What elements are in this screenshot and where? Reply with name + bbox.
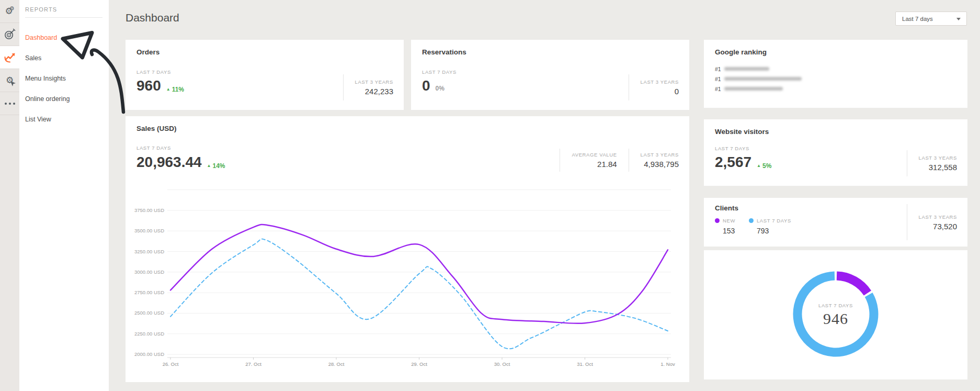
svg-text:3250.00 USD: 3250.00 USD [134,249,164,254]
delta-badge: ▲5% [757,162,771,170]
card-title: Website visitors [715,128,769,136]
svg-text:30. Oct: 30. Oct [494,361,510,367]
visitors-value: 2,567 [715,154,751,171]
clients-donut-card: LAST 7 DAYS 946 [704,250,967,379]
icon-rail: ⚙⚙ ⚙ [0,0,19,391]
svg-text:31. Oct: 31. Oct [577,361,593,367]
delta-badge: ▲11% [166,86,184,93]
reservations-card: Reservations LAST 7 DAYS 0 0% LAST 3 YEA… [411,40,689,110]
card-title: Orders [136,48,159,56]
series-previous-period [170,239,668,349]
donut-segment [837,276,868,293]
sidebar-item-sales[interactable]: Sales [19,48,109,69]
sidebar-menu: DashboardSalesMenu InsightsOnline orderi… [19,28,109,130]
chart-arrow-icon [4,51,16,64]
page-title: Dashboard [126,12,179,24]
svg-text:29. Oct: 29. Oct [411,361,427,367]
legend-value: 793 [757,227,791,235]
target-goal-icon[interactable] [0,23,19,46]
orders-card: Orders LAST 7 DAYS 960 ▲11% LAST 3 YEARS… [126,40,404,110]
secondary-label: LAST 3 YEARS [919,214,957,220]
secondary-value: 73,520 [919,222,957,231]
date-range-value: Last 7 days [902,16,933,22]
secondary-stat: LAST 3 YEARS 0 [629,74,679,100]
svg-text:1. Nov: 1. Nov [660,361,675,367]
period-label: LAST 7 DAYS [715,146,749,151]
chevron-down-icon [956,18,961,20]
delta-badge: 0% [436,85,445,92]
svg-text:3000.00 USD: 3000.00 USD [134,269,164,275]
sales-line-chart: 2000.00 USD2250.00 USD2500.00 USD2750.00… [126,116,689,382]
legend-label: NEW [723,218,735,224]
svg-text:2250.00 USD: 2250.00 USD [134,331,164,337]
legend-item: LAST 7 DAYS793 [749,218,791,235]
svg-text:3500.00 USD: 3500.00 USD [134,228,164,233]
ranking-row: #1 [715,64,802,74]
reservations-value: 0 [422,77,430,94]
more-dots-icon[interactable] [0,92,19,115]
legend-value: 153 [723,227,735,235]
sidebar-section-title: REPORTS [25,6,57,13]
gear-pointer-icon[interactable]: ⚙ [0,69,19,92]
secondary-value: 242,233 [355,87,393,96]
secondary-value: 0 [641,87,679,96]
legend-label: LAST 7 DAYS [757,218,791,224]
dashboard-page: ⚙⚙ ⚙ [0,0,980,391]
svg-text:2750.00 USD: 2750.00 USD [134,289,164,295]
svg-text:27. Oct: 27. Oct [245,361,261,367]
secondary-label: LAST 3 YEARS [641,79,679,85]
legend-item: NEW153 [715,218,735,235]
up-arrow-icon: ▲ [757,163,761,168]
ranking-list: #1#1#1 [715,64,802,94]
secondary-stat: LAST 3 YEARS 312,558 [907,150,957,176]
legend-dot-icon [749,218,754,223]
cursor-icon [10,81,16,87]
clients-card: Clients NEW153LAST 7 DAYS793 LAST 3 YEAR… [704,198,967,247]
date-range-dropdown[interactable]: Last 7 days [895,12,967,26]
svg-text:2000.00 USD: 2000.00 USD [134,351,164,357]
donut-center-label: LAST 7 DAYS [704,303,967,308]
sidebar: REPORTS DashboardSalesMenu InsightsOnlin… [19,0,109,391]
svg-text:26. Oct: 26. Oct [163,361,179,367]
target-icon [4,28,16,40]
divider [25,17,102,18]
sidebar-item-list-view[interactable]: List View [19,109,109,130]
gear-icon: ⚙⚙ [5,7,14,16]
period-label: LAST 7 DAYS [422,69,457,75]
settings-gears-icon[interactable]: ⚙⚙ [0,0,19,23]
website-visitors-card: Website visitors LAST 7 DAYS 2,567 ▲5% L… [704,119,967,186]
legend-dot-icon [715,218,720,223]
orders-value: 960 [136,77,161,94]
rank-number: #1 [715,86,724,92]
clients-legend: NEW153LAST 7 DAYS793 [715,218,805,235]
svg-text:2500.00 USD: 2500.00 USD [134,310,164,316]
ranking-row: #1 [715,74,802,84]
donut-center-value: 946 [704,310,967,328]
svg-text:3750.00 USD: 3750.00 USD [134,207,164,213]
sales-card: Sales (USD) LAST 7 DAYS 20,963.44 ▲14% A… [126,116,689,382]
rank-number: #1 [715,76,724,82]
sidebar-item-menu-insights[interactable]: Menu Insights [19,69,109,89]
secondary-stat: LAST 3 YEARS 73,520 [907,204,957,240]
redacted-text [724,87,783,91]
rank-number: #1 [715,66,724,72]
up-arrow-icon: ▲ [166,87,170,92]
secondary-label: LAST 3 YEARS [355,79,393,85]
ellipsis-icon [4,102,16,105]
card-title: Reservations [422,48,466,56]
sidebar-item-online-ordering[interactable]: Online ordering [19,89,109,109]
svg-text:28. Oct: 28. Oct [328,361,345,367]
google-ranking-card: Google ranking #1#1#1 [704,40,967,108]
secondary-stat: LAST 3 YEARS 242,233 [343,74,393,100]
secondary-value: 312,558 [919,163,957,172]
card-title: Google ranking [715,48,767,56]
period-label: LAST 7 DAYS [136,69,171,75]
sidebar-item-dashboard[interactable]: Dashboard [19,28,109,48]
redacted-text [724,77,802,81]
ranking-row: #1 [715,84,802,94]
secondary-label: LAST 3 YEARS [919,155,957,161]
line-chart-icon[interactable] [0,46,19,69]
redacted-text [724,67,769,71]
card-title: Clients [715,204,738,212]
